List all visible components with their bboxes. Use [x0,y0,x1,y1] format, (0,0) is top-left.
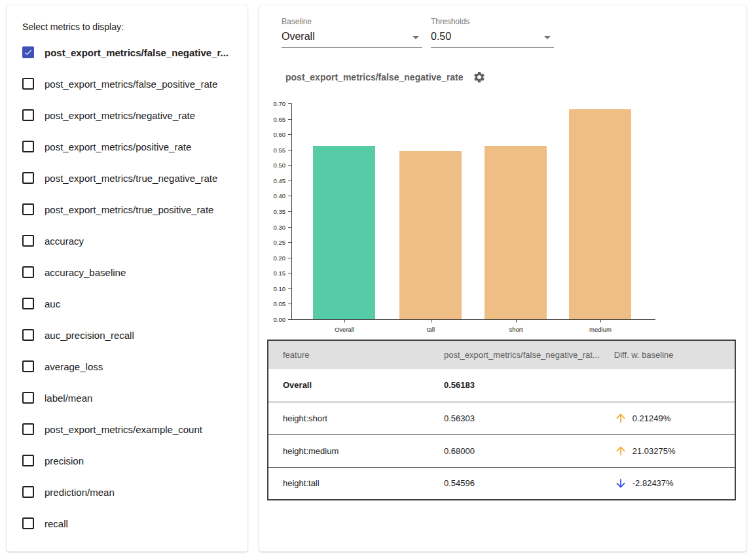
metric-label: accuracy_baseline [45,267,126,278]
checkbox-icon[interactable] [22,266,34,278]
diff-cell: 0.21249% [600,402,735,434]
diff-cell [600,369,735,402]
metric-checkbox-item-0[interactable]: post_export_metrics/false_negative_r... [22,46,237,59]
diff-value: 0.21249% [632,413,671,423]
metric-checkbox-item-7[interactable]: accuracy_baseline [22,266,237,279]
table-header-row: feature post_export_metrics/false_negati… [268,340,735,369]
y-tick-label: 0.60 [259,131,285,138]
y-tick-label: 0.00 [259,316,285,323]
metric-checkbox-item-4[interactable]: post_export_metrics/true_negative_rate [22,171,237,184]
metric-checkbox-item-10[interactable]: average_loss [22,360,237,373]
value-cell: 0.68000 [430,434,600,467]
bar-overall[interactable] [313,146,375,319]
y-tick-mark [288,304,291,304]
metric-label: post_export_metrics/true_negative_rate [45,173,217,184]
y-tick-label: 0.30 [259,224,285,231]
y-tick-label: 0.50 [259,162,285,169]
diff-cell: 21.03275% [600,434,735,467]
checkbox-icon[interactable] [22,203,34,215]
metric-checkbox-item-13[interactable]: precision [22,454,237,467]
metric-label: auc_precision_recall [45,330,134,341]
chevron-down-icon [412,36,419,39]
table-row: height:short 0.56303 0.21249% [268,402,735,434]
checkbox-icon[interactable] [22,172,34,184]
metric-label: accuracy [45,236,84,247]
table-row: Overall 0.56183 [268,369,735,402]
y-tick-mark [288,196,291,196]
up-arrow-icon [614,444,627,457]
metric-label: post_export_metrics/example_count [45,424,202,435]
x-tick-mark [516,320,517,323]
value-cell: 0.54596 [430,467,600,500]
x-tick-label: medium [558,326,643,333]
checkbox-icon[interactable] [22,517,34,529]
y-tick-label: 0.65 [259,116,285,123]
y-axis [291,103,292,320]
checkbox-icon[interactable] [22,298,34,309]
checkbox-icon[interactable] [22,486,34,498]
metric-select-title: Select metrics to display: [22,22,237,32]
y-tick-mark [288,211,291,212]
fairness-results-panel: Baseline Overall Thresholds 0.50 post_ex… [259,5,746,551]
diff-cell: -2.82437% [600,467,735,500]
thresholds-value: 0.50 [431,31,451,42]
metric-checkbox-item-2[interactable]: post_export_metrics/negative_rate [22,109,237,122]
y-tick-label: 0.55 [259,147,285,154]
chart-title: post_export_metrics/false_negative_rate [285,72,464,82]
checkbox-icon[interactable] [22,423,34,435]
checkbox-icon[interactable] [22,360,34,372]
value-cell: 0.56303 [430,402,600,434]
metric-label: prediction/mean [45,487,115,498]
x-tick-mark [600,320,601,323]
metrics-table: feature post_export_metrics/false_negati… [267,340,736,500]
checkbox-icon[interactable] [22,109,34,121]
diff-value: 21.03275% [632,446,676,456]
y-tick-mark [288,181,291,181]
checkbox-icon[interactable] [22,141,34,152]
metric-label: post_export_metrics/positive_rate [45,141,191,152]
metric-checkbox-item-12[interactable]: post_export_metrics/example_count [22,423,237,436]
y-tick-mark [288,165,291,166]
checkbox-icon[interactable] [22,235,34,247]
metric-label: post_export_metrics/true_positive_rate [45,204,213,215]
down-arrow-icon [614,477,627,490]
metric-checkbox-item-11[interactable]: label/mean [22,391,237,404]
metric-label: recall [45,518,68,529]
bar-medium[interactable] [569,109,631,319]
metric-checkbox-item-8[interactable]: auc [22,297,237,310]
metric-checkbox-item-9[interactable]: auc_precision_recall [22,328,237,341]
bar-short[interactable] [485,146,547,319]
y-tick-mark [288,273,291,273]
checkbox-icon[interactable] [22,392,34,404]
metric-label: auc [45,298,60,309]
metric-checkbox-item-15[interactable]: recall [22,517,237,530]
metric-select-panel: Select metrics to display: post_export_m… [7,5,247,551]
y-tick-mark [288,289,291,289]
y-tick-mark [288,227,291,228]
y-tick-label: 0.20 [259,254,285,262]
checkbox-icon[interactable] [22,46,34,58]
table-row: height:tall 0.54596 -2.82437% [268,467,735,500]
metric-checkbox-item-6[interactable]: accuracy [22,234,237,247]
checkbox-icon[interactable] [22,455,34,466]
metric-checkbox-item-14[interactable]: prediction/mean [22,485,237,499]
up-arrow-icon [614,411,627,425]
y-tick-mark [288,150,291,150]
baseline-label: Baseline [282,17,422,26]
metric-label: post_export_metrics/negative_rate [45,110,195,121]
value-cell: 0.56183 [430,369,600,402]
bar-tall[interactable] [399,151,462,319]
column-header-diff: Diff. w. baseline [600,340,735,369]
feature-cell: height:short [268,402,430,434]
baseline-dropdown[interactable]: Baseline Overall [282,17,422,48]
checkbox-icon[interactable] [22,78,34,90]
metric-label: label/mean [45,393,92,404]
metric-checkbox-item-3[interactable]: post_export_metrics/positive_rate [22,140,237,153]
thresholds-dropdown[interactable]: Thresholds 0.50 [431,17,554,48]
y-tick-label: 0.05 [259,300,285,307]
metric-label: post_export_metrics/false_negative_r... [45,47,229,58]
metric-checkbox-item-1[interactable]: post_export_metrics/false_positive_rate [22,77,237,90]
gear-icon[interactable] [473,71,486,84]
metric-checkbox-item-5[interactable]: post_export_metrics/true_positive_rate [22,203,237,216]
checkbox-icon[interactable] [22,329,34,341]
